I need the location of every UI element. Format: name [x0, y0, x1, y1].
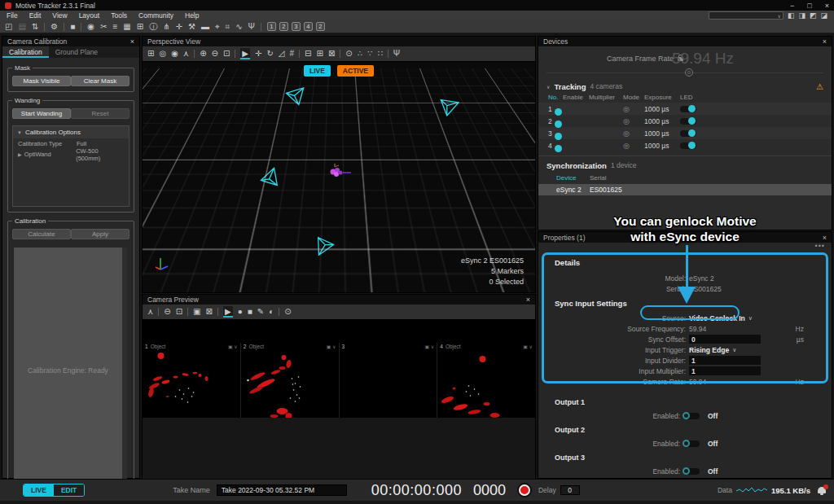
maximize-button[interactable]: □: [807, 2, 811, 10]
layout-left-icon[interactable]: ◧: [788, 11, 795, 20]
draw-mask-icon[interactable]: ✎: [257, 306, 264, 318]
exposure-value[interactable]: 1000 µs: [644, 117, 680, 125]
layout-preset-3[interactable]: 3: [292, 22, 301, 31]
tab-ground-plane[interactable]: Ground Plane: [49, 46, 104, 58]
column-header[interactable]: Exposure: [644, 94, 680, 101]
assets-pane-icon[interactable]: ⋔: [163, 21, 169, 33]
edit-mode-button[interactable]: EDIT: [54, 484, 84, 496]
capture-icon[interactable]: ▦: [123, 21, 130, 33]
column-header[interactable]: LED: [680, 94, 693, 101]
zoom-in-icon[interactable]: ⊕: [200, 48, 206, 59]
mask-visible-button[interactable]: Mask Visible: [12, 76, 71, 86]
layout-quad-icon[interactable]: ◪: [820, 11, 827, 20]
select-tool-icon[interactable]: ▶: [240, 48, 250, 59]
start-wanding-button[interactable]: Start Wanding: [12, 108, 71, 119]
toolbar-separator[interactable]: [194, 50, 195, 58]
menu-layout[interactable]: Layout: [79, 11, 100, 20]
expand-icon[interactable]: ▶: [18, 151, 22, 157]
edit-tools-icon[interactable]: ✂: [100, 21, 107, 33]
frame-clear-icon[interactable]: ⊠: [206, 306, 213, 318]
close-icon[interactable]: ×: [526, 296, 530, 304]
select-tool-icon[interactable]: ▶: [223, 306, 233, 318]
marker-rays-icon[interactable]: ∵: [367, 48, 372, 59]
sync-device-row[interactable]: eSync 2 ES001625: [538, 184, 832, 195]
input-multiplier-input[interactable]: [689, 366, 761, 375]
data-streaming-icon[interactable]: ≡: [112, 21, 117, 33]
toolbar-separator[interactable]: [44, 23, 45, 31]
pane-options-icon[interactable]: ▣ ∨: [228, 344, 238, 349]
column-header[interactable]: Mode: [623, 94, 644, 101]
reset-view-icon[interactable]: ✛: [176, 21, 182, 33]
pane-options-icon[interactable]: ▣ ∨: [523, 344, 533, 349]
source-dropdown[interactable]: Video Genlock In: [689, 314, 745, 322]
camera-calibration-icon[interactable]: ◉: [87, 21, 94, 33]
column-header[interactable]: Multiplier: [589, 94, 623, 101]
layout-preset-4[interactable]: 4: [304, 22, 313, 31]
layout-preset-alt-2[interactable]: 2: [316, 22, 325, 31]
minimize-button[interactable]: −: [790, 2, 794, 10]
square-mask-icon[interactable]: ■: [248, 306, 252, 318]
camera-row[interactable]: 4 ◎ 1000 µs: [538, 139, 832, 151]
menu-view[interactable]: View: [52, 11, 67, 20]
led-toggle[interactable]: [680, 142, 696, 149]
toolbar-separator[interactable]: [299, 50, 300, 58]
toolbar-separator[interactable]: [217, 308, 218, 316]
pane-options-icon[interactable]: ▣ ∨: [327, 344, 336, 349]
camera-pane-3[interactable]: 3 ▣ ∨: [340, 343, 437, 418]
exposure-value[interactable]: 1000 µs: [644, 129, 680, 138]
led-toggle[interactable]: [680, 130, 696, 137]
apply-button[interactable]: Apply: [71, 229, 129, 239]
toolbar-separator[interactable]: [261, 23, 261, 31]
delay-input[interactable]: [560, 485, 580, 495]
calibration-options-header[interactable]: ▼ Calibration Options: [13, 126, 129, 138]
clear-follow-icon[interactable]: ⊠: [328, 48, 335, 59]
toolbar-separator[interactable]: [340, 50, 340, 58]
camera-row[interactable]: 1 ◎ 1000 µs: [538, 103, 832, 115]
layout-right-icon[interactable]: ◨: [798, 11, 805, 20]
labels-toggle-icon[interactable]: #: [290, 48, 295, 59]
toolbar-separator[interactable]: [64, 23, 64, 31]
visibility-icon[interactable]: ⊙: [284, 306, 291, 318]
enabled-toggle[interactable]: [683, 468, 700, 475]
exposure-value[interactable]: 1000 µs: [644, 142, 680, 150]
toolbar-separator[interactable]: [81, 23, 81, 31]
skeleton-icon[interactable]: Ψ: [248, 21, 255, 33]
led-toggle[interactable]: [680, 106, 696, 112]
toolbar-separator[interactable]: [279, 308, 279, 316]
toolbar-separator[interactable]: [158, 308, 159, 316]
layout-preset-1[interactable]: 1: [267, 22, 276, 31]
wand2-icon[interactable]: ⌗: [226, 21, 230, 33]
wand-icon[interactable]: ⌖: [215, 21, 220, 33]
column-device[interactable]: Device: [538, 174, 590, 182]
mode-icon[interactable]: ◎: [623, 142, 644, 150]
enabled-toggle[interactable]: [683, 440, 700, 447]
visibility-icon[interactable]: ⊙: [345, 48, 352, 59]
exposure-value[interactable]: 1000 µs: [644, 105, 680, 113]
follow-camera-icon[interactable]: ⊟: [305, 48, 311, 59]
warning-icon[interactable]: ⚠: [816, 82, 823, 91]
close-icon[interactable]: ×: [823, 234, 827, 242]
export-icon[interactable]: ⇅: [32, 21, 38, 33]
marker-cluster[interactable]: [327, 164, 356, 182]
marker-sticks-icon[interactable]: ∷: [377, 48, 382, 59]
take-name-input[interactable]: [217, 484, 347, 496]
translate-tool-icon[interactable]: ✛: [255, 48, 261, 59]
sync-offset-input[interactable]: [689, 335, 761, 344]
zoom-fit-icon[interactable]: ⊡: [223, 48, 230, 59]
column-header[interactable]: Enable: [563, 94, 589, 101]
enabled-toggle[interactable]: [683, 413, 700, 419]
profile-combobox[interactable]: ∨: [709, 11, 784, 20]
mode-icon[interactable]: ◎: [623, 129, 644, 138]
wand-value[interactable]: CW-500 (500mm): [76, 147, 124, 162]
calculate-button[interactable]: Calculate: [12, 229, 71, 239]
probe-icon[interactable]: ▬: [201, 21, 209, 33]
invert-mask-icon[interactable]: ◐: [269, 306, 274, 318]
tab-calibration[interactable]: Calibration: [2, 46, 49, 58]
sync-signal-icon[interactable]: ∿: [235, 21, 242, 33]
rotate-tool-icon[interactable]: ↻: [266, 48, 273, 59]
marker-set-icon[interactable]: ∴: [358, 48, 362, 59]
tripod-icon[interactable]: ⋏: [147, 306, 153, 318]
menu-edit[interactable]: Edit: [29, 11, 42, 20]
input-trigger-dropdown[interactable]: Rising Edge: [689, 346, 729, 354]
menu-help[interactable]: Help: [185, 11, 199, 20]
